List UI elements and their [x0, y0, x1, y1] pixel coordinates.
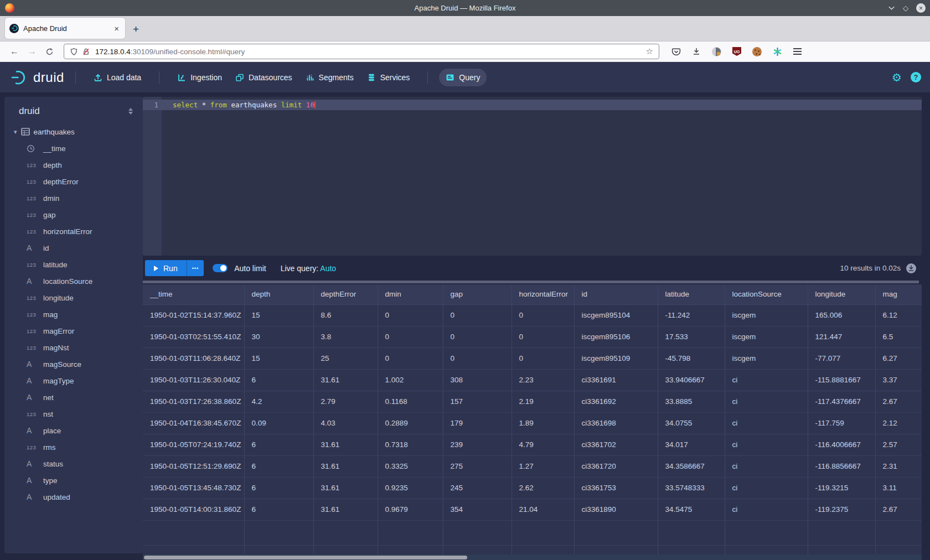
table-cell[interactable]: 0.09 — [244, 412, 313, 434]
sidebar-column-place[interactable]: Aplace — [4, 422, 143, 439]
table-cell[interactable]: 354 — [443, 499, 512, 520]
help-icon[interactable]: ? — [911, 72, 921, 82]
sidebar-column-depthError[interactable]: 123depthError — [4, 173, 143, 190]
table-cell[interactable]: 25 — [313, 348, 378, 369]
table-cell[interactable]: 245 — [443, 477, 512, 499]
table-cell[interactable]: 2.67 — [875, 391, 922, 412]
sidebar-column-horizontalError[interactable]: 123horizontalError — [4, 223, 143, 240]
sidebar-column-depth[interactable]: 123depth — [4, 157, 143, 173]
table-cell[interactable]: ci3361890 — [574, 499, 658, 520]
table-cell[interactable]: 34.5475 — [658, 499, 725, 520]
column-header-id[interactable]: id — [574, 284, 658, 304]
table-cell[interactable]: 34.0755 — [658, 412, 725, 434]
horizontal-scrollbar[interactable] — [143, 554, 922, 560]
table-cell[interactable]: 2.19 — [512, 391, 574, 412]
table-cell[interactable]: 0.9679 — [378, 499, 443, 520]
table-cell[interactable]: 0 — [378, 326, 443, 348]
nav-query[interactable]: Query — [439, 69, 487, 86]
table-cell[interactable]: 0.1168 — [378, 391, 443, 412]
table-cell[interactable]: 6 — [244, 434, 313, 455]
tracking-shield-icon[interactable] — [70, 48, 78, 56]
table-cell[interactable]: 0 — [512, 304, 574, 326]
table-cell[interactable]: -117.759 — [808, 412, 875, 434]
table-cell[interactable]: 2.23 — [512, 369, 574, 391]
reload-icon[interactable] — [45, 48, 54, 56]
table-cell[interactable]: 1.89 — [512, 412, 574, 434]
table-cell[interactable]: 3.8 — [313, 326, 378, 348]
table-cell[interactable]: 0 — [512, 348, 574, 369]
table-cell[interactable]: 1.002 — [378, 369, 443, 391]
table-cell[interactable]: ci3361720 — [574, 455, 658, 477]
druid-logo[interactable]: druid — [11, 69, 64, 86]
table-cell[interactable]: 0 — [443, 348, 512, 369]
sidebar-column-dmin[interactable]: 123dmin — [4, 190, 143, 206]
table-cell[interactable]: 30 — [244, 326, 313, 348]
table-cell[interactable]: -11.242 — [658, 304, 725, 326]
column-header-latitude[interactable]: latitude — [658, 284, 725, 304]
table-cell[interactable]: ci — [725, 391, 808, 412]
ublock-origin-extension-icon[interactable]: UO — [732, 47, 741, 56]
browser-tab[interactable]: Apache Druid × — [5, 18, 125, 39]
table-cell[interactable]: ci — [725, 434, 808, 455]
column-header-depthError[interactable]: depthError — [313, 284, 378, 304]
table-cell[interactable]: 2.62 — [512, 477, 574, 499]
live-query-label[interactable]: Live query: Auto — [281, 264, 336, 273]
nav-ingestion[interactable]: Ingestion — [170, 69, 229, 86]
scrollbar-thumb[interactable] — [144, 556, 467, 559]
nav-load-data[interactable]: Load data — [87, 69, 148, 86]
sidebar-column-magType[interactable]: AmagType — [4, 372, 143, 389]
sidebar-column-locationSource[interactable]: AlocationSource — [4, 273, 143, 289]
insecure-lock-icon[interactable] — [82, 48, 90, 56]
nav-datasources[interactable]: Datasources — [229, 69, 299, 86]
table-cell[interactable]: ci3361698 — [574, 412, 658, 434]
table-cell[interactable]: 31.61 — [313, 369, 378, 391]
cookie-extension-icon[interactable] — [752, 47, 762, 56]
sidebar-column-updated[interactable]: Aupdated — [4, 489, 143, 505]
table-cell[interactable]: iscgem895106 — [574, 326, 658, 348]
column-header-depth[interactable]: depth — [244, 284, 313, 304]
table-cell[interactable]: -117.4376667 — [808, 391, 875, 412]
table-cell[interactable]: 239 — [443, 434, 512, 455]
table-cell[interactable]: 6 — [244, 499, 313, 520]
sidebar-column-status[interactable]: Astatus — [4, 455, 143, 472]
column-header-gap[interactable]: gap — [443, 284, 512, 304]
nav-services[interactable]: Services — [360, 69, 417, 86]
table-cell[interactable]: ci — [725, 369, 808, 391]
table-cell[interactable]: 31.61 — [313, 434, 378, 455]
table-cell[interactable]: 6 — [244, 477, 313, 499]
query-editor[interactable]: 1 select * from earthquakes limit 10 — [143, 97, 922, 256]
table-cell[interactable]: ci3361691 — [574, 369, 658, 391]
sidebar-column-latitude[interactable]: 123latitude — [4, 256, 143, 273]
table-cell[interactable]: -115.8881667 — [808, 369, 875, 391]
sidebar-column-id[interactable]: Aid — [4, 240, 143, 256]
table-cell[interactable]: 0 — [378, 304, 443, 326]
table-cell[interactable]: 1950-01-05T13:45:48.730Z — [143, 477, 244, 499]
run-button[interactable]: Run — [145, 260, 187, 276]
table-cell[interactable]: 2.67 — [875, 499, 922, 520]
table-cell[interactable]: 34.017 — [658, 434, 725, 455]
settings-gear-icon[interactable]: ⚙ — [892, 72, 902, 83]
table-cell[interactable]: ci — [725, 412, 808, 434]
table-cell[interactable]: 0.7318 — [378, 434, 443, 455]
sort-icon[interactable] — [128, 108, 133, 115]
table-cell[interactable]: 179 — [443, 412, 512, 434]
forward-icon[interactable]: → — [28, 46, 37, 56]
table-cell[interactable]: iscgem — [725, 348, 808, 369]
table-cell[interactable]: iscgem — [725, 326, 808, 348]
table-cell[interactable]: 4.2 — [244, 391, 313, 412]
table-cell[interactable]: iscgem895104 — [574, 304, 658, 326]
table-cell[interactable]: ci — [725, 477, 808, 499]
table-cell[interactable]: 2.57 — [875, 434, 922, 455]
window-close-icon[interactable]: × — [916, 3, 926, 13]
chevron-down-icon[interactable]: ▾ — [14, 128, 17, 136]
table-cell[interactable]: 31.61 — [313, 477, 378, 499]
table-cell[interactable]: 4.79 — [512, 434, 574, 455]
column-header-dmin[interactable]: dmin — [378, 284, 443, 304]
table-cell[interactable]: 1950-01-05T07:24:19.740Z — [143, 434, 244, 455]
table-cell[interactable]: 6.27 — [875, 348, 922, 369]
table-cell[interactable]: -45.798 — [658, 348, 725, 369]
window-minimize-icon[interactable] — [888, 6, 895, 11]
table-cell[interactable]: 3.11 — [875, 477, 922, 499]
table-cell[interactable]: ci3361702 — [574, 434, 658, 455]
table-cell[interactable]: iscgem — [725, 304, 808, 326]
